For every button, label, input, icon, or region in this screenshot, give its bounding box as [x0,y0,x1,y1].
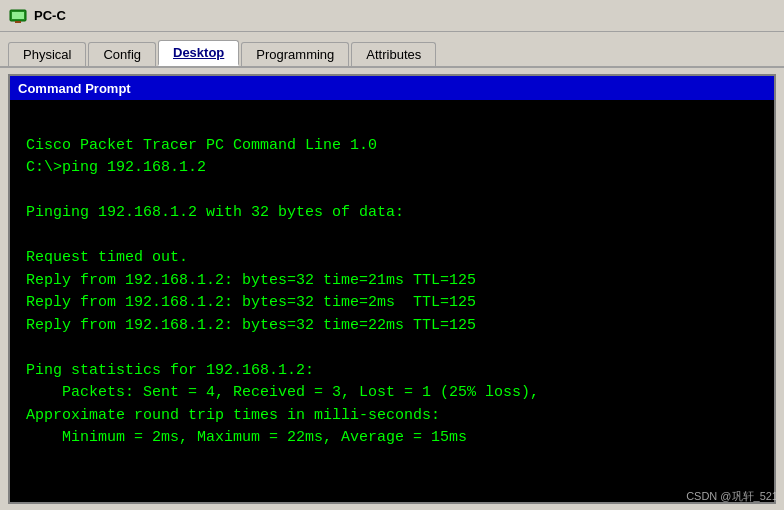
cmd-line: Ping statistics for 192.168.1.2: [26,360,758,383]
main-content: Command Prompt Cisco Packet Tracer PC Co… [0,68,784,510]
cmd-line: Request timed out. [26,247,758,270]
cmd-body[interactable]: Cisco Packet Tracer PC Command Line 1.0C… [10,100,774,502]
cmd-line: Reply from 192.168.1.2: bytes=32 time=2m… [26,292,758,315]
cmd-line: Reply from 192.168.1.2: bytes=32 time=21… [26,270,758,293]
tab-desktop[interactable]: Desktop [158,40,239,66]
app-icon [8,6,28,26]
tab-bar: Physical Config Desktop Programming Attr… [0,32,784,68]
cmd-line: Approximate round trip times in milli-se… [26,405,758,428]
tab-programming[interactable]: Programming [241,42,349,66]
cmd-line [26,112,758,135]
cmd-line: Cisco Packet Tracer PC Command Line 1.0 [26,135,758,158]
cmd-line [26,337,758,360]
cmd-line [26,225,758,248]
window-title: PC-C [34,8,66,23]
cmd-line: Minimum = 2ms, Maximum = 22ms, Average =… [26,427,758,450]
svg-rect-1 [12,12,24,19]
cmd-titlebar: Command Prompt [10,76,774,100]
tab-config[interactable]: Config [88,42,156,66]
cmd-line [26,180,758,203]
command-prompt-window: Command Prompt Cisco Packet Tracer PC Co… [8,74,776,504]
tab-physical[interactable]: Physical [8,42,86,66]
cmd-line: C:\>ping 192.168.1.2 [26,157,758,180]
title-bar: PC-C [0,0,784,32]
tab-attributes[interactable]: Attributes [351,42,436,66]
cmd-line: Reply from 192.168.1.2: bytes=32 time=22… [26,315,758,338]
cmd-line: Packets: Sent = 4, Received = 3, Lost = … [26,382,758,405]
cmd-line: Pinging 192.168.1.2 with 32 bytes of dat… [26,202,758,225]
cmd-titlebar-label: Command Prompt [18,81,131,96]
svg-rect-2 [15,21,21,23]
watermark: CSDN @巩轩_521 [686,489,778,504]
